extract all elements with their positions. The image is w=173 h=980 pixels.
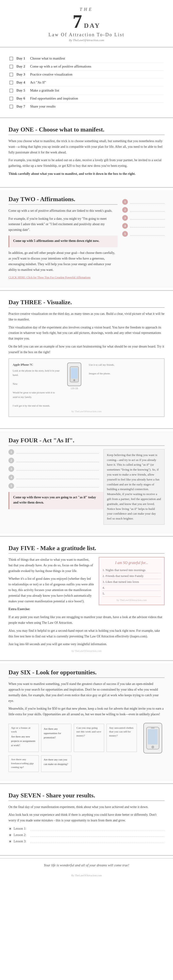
opps-grid-2: Are there any freelance/selling gigs com…	[8, 755, 137, 772]
affirmation-number: 4	[122, 223, 128, 229]
day6-layout: Age or a bonus at work Are there any new…	[8, 721, 165, 775]
checkbox-1[interactable]	[10, 57, 13, 60]
checklist-item[interactable]: Day 7 Share your results	[10, 103, 163, 110]
vision-left-notes: Look at the phone in the store, hold it …	[13, 369, 60, 408]
checklist-item[interactable]: Day 2 Come up with a set of positive aff…	[10, 63, 163, 71]
day5-text: Make a gratitude list	[30, 89, 59, 92]
day3-label: Day 3	[16, 72, 28, 76]
opp-box-1: Age or a bonus at work Are there any new…	[8, 724, 39, 752]
day5-extra-text: If at any point you start feeling like y…	[8, 614, 165, 626]
day1-text: Choose what to manifest	[30, 56, 65, 60]
day7-p2: Also look back on your experience and th…	[8, 812, 165, 823]
affirmation-row-2: 2	[122, 207, 165, 213]
affirmation-number: 2	[122, 207, 128, 213]
vision-right-notes: Use it to call my friends. Images of the…	[89, 363, 160, 376]
act-line	[16, 450, 99, 453]
day6-section: Day SIX - Look for opportunities. When y…	[0, 663, 173, 781]
checklist-item[interactable]: Day 5 Make a gratitude list	[10, 87, 163, 95]
act-rows: 1 2 3 4 5	[8, 449, 99, 489]
lesson-line-3	[30, 840, 165, 843]
lesson-2: ☀ Lesson 2:	[8, 833, 165, 837]
day4-section: Day FOUR - Act "As If". Keep believing t…	[0, 431, 173, 534]
svg-point-2	[73, 379, 75, 381]
day6-title: Day SIX - Look for opportunities.	[8, 669, 165, 678]
checkbox-2[interactable]	[10, 65, 13, 68]
opp-box-6: Are there any cuts you can make on shopp…	[41, 755, 71, 772]
checklist-item[interactable]: Day 6 Find opportunities and inspiration	[10, 95, 163, 103]
header-subtitle: Law Of Attraction To-Do List	[5, 32, 168, 37]
lesson-line-2	[30, 834, 165, 837]
header: THE 7 DAY Law Of Attraction To-Do List B…	[0, 0, 173, 45]
day1-p2: For example, you might want to be asked …	[8, 158, 165, 169]
gratitude-item-4: 4.	[103, 585, 161, 591]
lesson-label-1: Lesson 1:	[14, 827, 26, 830]
checklist-item[interactable]: Day 3 Practice creative visualization	[10, 71, 163, 79]
checklist-item[interactable]: Day 1 Choose what to manifest	[10, 54, 163, 63]
svg-rect-4	[148, 729, 158, 745]
day1-p1: When you choose what to manifest, the tr…	[8, 138, 165, 155]
opp-box-4: Any unwanted clothes that you can sell f…	[106, 724, 137, 752]
section-divider	[0, 187, 173, 188]
vision-board: Apple iPhone 7C Look at the phone in the…	[8, 358, 165, 417]
day6-boxes-left: Age or a bonus at work Are there any new…	[8, 721, 137, 775]
gratitude-item-1: 1. Nights that turned into mornings	[103, 567, 161, 573]
affirmation-number: 1	[122, 199, 128, 205]
checkbox-3[interactable]	[10, 73, 13, 76]
phone-size-label: 128 GB	[70, 387, 78, 390]
day3-text: Practice creative visualization	[30, 72, 72, 76]
section-divider	[0, 118, 173, 118]
checkbox-7[interactable]	[10, 105, 13, 108]
gratitude-item-3: 3. Likes that turned into loves	[103, 579, 161, 585]
day2-link[interactable]: CLICK HERE: Click for Three Tips For Cre…	[8, 275, 117, 280]
day3-p3: On the left you can see an example of ho…	[8, 344, 165, 355]
act-line	[16, 484, 99, 488]
lesson-icon-3: ☀	[8, 839, 12, 844]
act-row-5: 5	[8, 483, 99, 489]
section-divider	[0, 428, 173, 429]
keep-believing-text: Keep believing that the thing you want i…	[107, 453, 161, 521]
day4-title: Day FOUR - Act "As If".	[8, 437, 165, 446]
vision-credit: by TheLawOfAttraction.com	[13, 410, 160, 413]
lesson-icon-1: ☀	[8, 827, 12, 831]
gratitude-item-5: 5.	[103, 591, 161, 597]
act-row-4: 4	[8, 474, 99, 480]
day5-extra-text3: Just log into 60 seconds and you will ge…	[8, 641, 165, 647]
opp-box-title: Age or a bonus at work	[11, 726, 36, 733]
act-row-3: 3	[8, 466, 99, 472]
act-line	[16, 459, 99, 462]
day2-cta: Come up with 5 affirmations and write th…	[8, 235, 117, 247]
day3-p2: This visualization day of the experiment…	[8, 325, 165, 341]
vision-board-inner: Apple iPhone 7C Look at the phone in the…	[13, 363, 160, 408]
act-number: 4	[8, 474, 14, 480]
vision-right: Use it to call my friends. Images of the…	[89, 363, 160, 408]
checkbox-4[interactable]	[10, 81, 13, 84]
affirmation-row-3: 3	[122, 215, 165, 221]
act-line	[16, 467, 99, 471]
lesson-1: ☀ Lesson 1:	[8, 827, 165, 831]
gratitude-credit: by TheLawOfAttraction.com	[103, 598, 161, 601]
header-divider	[0, 47, 173, 48]
opp-box-2: Are there any opportunities for promotio…	[41, 724, 71, 752]
day2-cta-text: Come up with 5 affirmations and write th…	[13, 239, 114, 243]
day6-p2: Meanwhile, if you're looking for $50 to …	[8, 706, 165, 717]
lesson-icon-2: ☀	[8, 833, 12, 837]
act-line	[16, 476, 99, 479]
day5-title: Day FIVE - Make a gratitude list.	[8, 545, 165, 554]
keep-believing-box: Keep believing that the thing you want i…	[103, 449, 165, 525]
vision-left: Apple iPhone 7C Look at the phone in the…	[13, 363, 60, 408]
day2-p3: In addition, go and tell other people ab…	[8, 250, 117, 272]
svg-point-5	[151, 746, 154, 748]
affirmation-line	[130, 208, 165, 212]
day1-label: Day 1	[16, 56, 28, 60]
day1-title: Day ONE - Choose what to manifest.	[8, 126, 165, 135]
day2-section: Day TWO - Affirmations. Come up with a s…	[0, 190, 173, 288]
checkbox-6[interactable]	[10, 97, 13, 100]
day2-text: Come up with a set of positive affirmati…	[30, 64, 91, 68]
day3-p1: Practice creative visualization on the t…	[8, 311, 165, 322]
act-number: 1	[8, 449, 14, 455]
checkbox-5[interactable]	[10, 89, 13, 92]
gratitude-title: I am SO grateful for...	[103, 561, 161, 565]
day5-label: Day 5	[16, 89, 28, 92]
opp-box-title: Are there any freelance/selling gigs com…	[11, 757, 36, 769]
checklist-item[interactable]: Day 4 Act "As If"	[10, 79, 163, 87]
